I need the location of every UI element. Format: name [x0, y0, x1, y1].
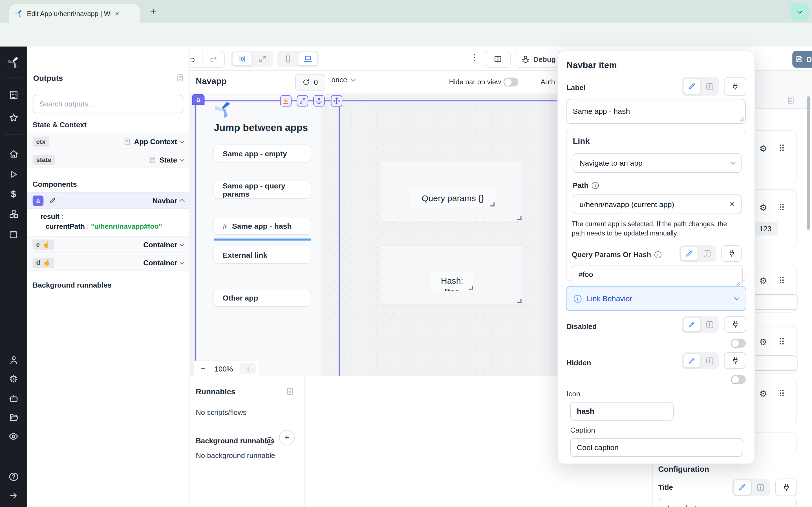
link-type-select[interactable]: Navigate to an app [573, 153, 742, 173]
gear-icon[interactable]: ⚙ [759, 144, 767, 154]
tab-close-icon[interactable]: × [115, 9, 119, 17]
connect-plug-icon[interactable] [775, 478, 797, 496]
fx-mode-icon[interactable]: f [702, 353, 718, 368]
nav-item-same-app-empty[interactable]: Same app - empty [214, 145, 311, 162]
label-textarea[interactable]: Same app - hash [566, 99, 746, 124]
panel-doc-icon[interactable] [176, 73, 184, 82]
connect-plug-icon[interactable] [724, 316, 746, 333]
doc-icon[interactable] [123, 138, 131, 146]
deploy-button[interactable]: Deploy [792, 51, 812, 68]
partial-input[interactable] [750, 294, 798, 310]
runs-icon[interactable] [8, 169, 19, 180]
container-d-row[interactable]: d☝ Container [27, 255, 190, 271]
connect-plug-icon[interactable] [724, 77, 746, 96]
fx-mode-icon[interactable]: f [702, 78, 718, 95]
debug-button[interactable]: Debug [516, 51, 561, 68]
disabled-toggle[interactable] [731, 339, 746, 348]
users-icon[interactable] [8, 354, 19, 365]
caption-input[interactable]: Cool caption [570, 438, 743, 457]
currentpath-key[interactable]: currentPath [46, 223, 85, 230]
grip-icon[interactable]: ⠿ [779, 337, 785, 348]
link-behavior-collapsible[interactable]: i Link Behavior [566, 286, 746, 311]
selected-component-badge[interactable]: a [192, 94, 204, 105]
clear-path-icon[interactable]: × [730, 199, 735, 210]
static-pencil-icon[interactable] [680, 246, 698, 261]
resources-icon[interactable] [8, 208, 19, 219]
fx-mode-icon[interactable]: f [702, 317, 718, 332]
settings-gear-icon[interactable]: ⚙ [8, 373, 19, 384]
nav-item-same-app-query-params[interactable]: Same app - query params [214, 181, 311, 198]
fullscreen-icon[interactable] [297, 95, 308, 107]
new-tab-icon[interactable]: + [147, 5, 160, 17]
grip-icon[interactable]: ⠿ [779, 388, 785, 399]
nav-item-external-link[interactable]: External link [214, 246, 311, 263]
panel-doc-icon[interactable] [286, 387, 294, 396]
folders-icon[interactable] [8, 411, 19, 422]
nav-item-other-app[interactable]: Other app [214, 289, 311, 306]
fullwidth-layout-button[interactable] [252, 52, 272, 66]
windmill-logo-icon[interactable] [7, 56, 20, 68]
info-icon[interactable]: i [592, 182, 599, 189]
collapse-rail-icon[interactable] [8, 490, 19, 501]
textarea-resize-icon[interactable] [736, 281, 741, 286]
desktop-view-button[interactable] [298, 52, 318, 66]
result-key[interactable]: result [40, 213, 59, 221]
zoom-in-icon[interactable]: + [240, 363, 256, 374]
hidden-toggle[interactable] [731, 375, 746, 384]
workers-bot-icon[interactable] [8, 392, 19, 403]
fx-mode-icon[interactable]: f [699, 246, 715, 261]
path-input[interactable]: u/henri/navapp (current app) × [573, 194, 742, 214]
chevron-down-icon[interactable] [180, 157, 185, 162]
connect-plug-icon[interactable] [724, 352, 746, 369]
grip-icon[interactable]: ⠿ [779, 144, 785, 154]
scrollbar-thumb[interactable] [807, 96, 810, 230]
move-handle-icon[interactable] [331, 95, 342, 107]
info-icon[interactable]: i [266, 437, 273, 445]
static-pencil-icon[interactable] [683, 353, 701, 368]
partial-input[interactable] [750, 355, 798, 371]
audit-eye-icon[interactable] [8, 431, 19, 442]
title-input[interactable]: Jump between apps [659, 498, 797, 507]
redo-button[interactable] [202, 51, 224, 67]
expand-down-icon[interactable] [280, 95, 292, 107]
hide-bar-toggle[interactable] [503, 78, 518, 87]
doc-icon[interactable] [149, 156, 156, 164]
docs-button[interactable] [485, 51, 511, 68]
connect-plug-icon[interactable] [721, 245, 742, 262]
mobile-view-button[interactable] [277, 52, 298, 66]
gear-icon[interactable]: ⚙ [759, 337, 767, 348]
resize-corner-icon[interactable] [490, 202, 495, 207]
chevron-down-icon[interactable] [180, 138, 185, 144]
help-icon[interactable] [8, 471, 19, 482]
search-outputs-input[interactable]: Search outputs... [33, 95, 183, 113]
static-pencil-icon[interactable] [683, 317, 701, 332]
more-options-icon[interactable]: ⋮ [470, 52, 479, 63]
ctx-row[interactable]: ctx App Context [27, 133, 190, 150]
centered-layout-button[interactable] [232, 52, 252, 66]
query-params-container[interactable]: Query params {} [380, 161, 523, 221]
anchor-icon[interactable] [313, 95, 324, 107]
browser-tab[interactable]: Edit App u/henri/navapp | Win × [9, 4, 140, 23]
static-pencil-icon[interactable] [733, 480, 751, 495]
selection-border-right[interactable] [339, 100, 340, 376]
tab-search-chevron[interactable] [790, 3, 809, 21]
workspace-icon[interactable] [8, 89, 19, 100]
schedules-icon[interactable] [8, 229, 19, 240]
add-background-runnable-button[interactable]: + [279, 430, 295, 445]
frequency-dropdown[interactable]: once [332, 75, 356, 83]
favorites-star-icon[interactable] [8, 112, 19, 123]
navbar-component-surface[interactable] [196, 94, 322, 376]
refresh-count-button[interactable]: 0 [295, 74, 325, 91]
icon-input[interactable]: hash [570, 402, 673, 420]
grip-icon[interactable]: ⠿ [779, 202, 785, 213]
chevron-down-icon[interactable] [180, 241, 185, 246]
query-params-textarea[interactable]: #foo [572, 265, 743, 288]
static-pencil-icon[interactable] [683, 78, 701, 95]
edit-component-pencil-icon[interactable] [47, 195, 58, 206]
resize-corner-icon[interactable] [469, 286, 473, 290]
grip-icon[interactable]: ⠿ [779, 276, 785, 287]
container-e-row[interactable]: e☝ Container [27, 236, 190, 253]
chevron-down-icon[interactable] [180, 260, 185, 265]
textarea-resize-icon[interactable] [739, 117, 744, 122]
chevron-up-icon[interactable] [180, 199, 185, 204]
